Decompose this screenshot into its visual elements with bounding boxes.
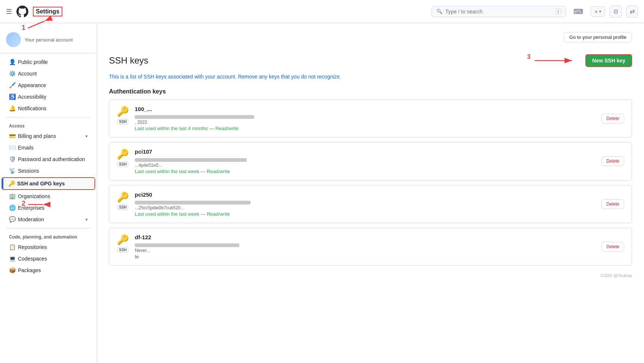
credit-card-icon: 💳 [9, 133, 15, 139]
sidebar-item-repositories[interactable]: 📋 Repositories [3, 242, 94, 253]
repo-icon: 📋 [9, 244, 15, 250]
sidebar-divider [6, 117, 91, 117]
ssh-key-name-2: pci250 [135, 191, 595, 198]
sidebar-item-sessions[interactable]: 📡 Sessions [3, 165, 94, 176]
key-icon: 🔑 [8, 180, 14, 187]
broadcast-icon: 📡 [9, 167, 15, 174]
key-icon-wrap-0: 🔑 SSH [117, 106, 129, 124]
sidebar-item-accessibility[interactable]: ♿ Accessibility [3, 91, 94, 102]
bell-icon: 🔔 [9, 105, 15, 112]
terminal-icon[interactable]: ⌨ [570, 6, 586, 17]
sidebar-item-label: Emails [18, 145, 34, 151]
fingerprint-bar-2 [135, 201, 251, 204]
sidebar-item-enterprises[interactable]: 🌐 Enterprises [3, 202, 94, 213]
sidebar-item-appearance[interactable]: 🖌️ Appearance [3, 80, 94, 91]
delete-button-2[interactable]: Delete [601, 199, 624, 209]
sidebar-username: Your personal account [25, 37, 73, 43]
sidebar-item-codespaces[interactable]: 💻 Codespaces [3, 253, 94, 264]
search-kbd: / [556, 9, 561, 15]
ssh-key-date-3: Never... [135, 248, 595, 253]
sidebar-divider-2 [6, 228, 91, 228]
ssh-key-body-1: pci107 ...4p4e51e5... Last used within t… [135, 148, 595, 174]
ssh-key-card-2: 🔑 SSH pci250 ...25cc5pdw0b7cuk520... Las… [109, 185, 632, 223]
sidebar-item-organizations[interactable]: 🏢 Organizations [3, 191, 94, 202]
watermark: CSDN @Youkiup [109, 273, 632, 278]
ssh-key-card-0: 🔑 SSH 100_... , 2022 Last used within th… [109, 99, 632, 138]
info-text: This is a list of SSH keys associated wi… [109, 73, 632, 81]
sidebar-item-label: Notifications [18, 105, 46, 111]
ssh-key-body-0: 100_... , 2022 Last used within the last… [135, 106, 595, 131]
key-icon-wrap-1: 🔑 SSH [117, 148, 129, 167]
delete-button-1[interactable]: Delete [601, 156, 624, 166]
key-icon-3: 🔑 [117, 234, 129, 246]
fingerprint-bar-0 [135, 115, 254, 119]
search-input[interactable] [445, 9, 553, 15]
delete-button-3[interactable]: Delete [601, 242, 624, 252]
delete-button-0[interactable]: Delete [601, 114, 624, 123]
search-bar[interactable]: 🔍 / [432, 6, 566, 17]
sidebar-item-moderation[interactable]: 💬 Moderation ▾ [3, 214, 94, 225]
ssh-key-usage-0: Last used within the last 4 months — Rea… [135, 126, 595, 131]
plus-icon: + [595, 9, 598, 15]
sidebar-item-packages[interactable]: 📦 Packages [3, 265, 94, 276]
annotation-arrow-3: 3 [535, 55, 579, 66]
sidebar-profile: Your personal account [0, 29, 97, 53]
ssh-key-usage-1: Last used within the last week — Read/wr… [135, 169, 595, 174]
chevron-down-icon: ▾ [85, 134, 88, 139]
new-button[interactable]: + ▾ [591, 6, 605, 17]
user-icon: 👤 [9, 59, 15, 65]
sidebar-item-label: Appearance [18, 82, 46, 88]
page-title: SSH keys [109, 55, 148, 66]
sidebar-item-label: Packages [18, 267, 41, 273]
go-to-profile-button[interactable]: Go to your personal profile [564, 32, 632, 42]
top-right-area: Go to your personal profile [109, 32, 632, 48]
ssh-badge-1: SSH [117, 161, 129, 167]
topnav: ☰ Settings 🔍 / ⌨ + ▾ ⊙ ⇄ [0, 0, 644, 23]
sidebar-item-label: Repositories [18, 244, 47, 250]
pull-request-icon[interactable]: ⇄ [626, 6, 638, 18]
packages-icon: 📦 [9, 267, 15, 274]
ssh-badge-3: SSH [117, 247, 129, 253]
ssh-key-body-2: pci250 ...25cc5pdw0b7cuk520... Last used… [135, 191, 595, 217]
ssh-key-card-1: 🔑 SSH pci107 ...4p4e51e5... Last used wi… [109, 142, 632, 180]
email-icon: ✉️ [9, 144, 15, 151]
sidebar-item-label: Accessibility [18, 94, 46, 100]
sidebar-item-notifications[interactable]: 🔔 Notifications [3, 103, 94, 114]
key-icon-2: 🔑 [117, 191, 129, 203]
sidebar-item-account[interactable]: ⚙️ Account [3, 68, 94, 79]
github-logo [16, 6, 28, 18]
chevron-down-icon: ▾ [85, 217, 88, 222]
sidebar-item-label: Account [18, 71, 37, 77]
main-content: Go to your personal profile SSH keys 3 N… [97, 23, 644, 363]
ssh-key-date-0: , 2022 [135, 120, 595, 125]
ssh-badge-2: SSH [117, 204, 129, 210]
ssh-key-usage-3: te [135, 254, 595, 259]
accessibility-icon: ♿ [9, 93, 15, 100]
key-icon-1: 🔑 [117, 148, 129, 160]
ssh-key-usage-2: Last used within the last week — Read/wr… [135, 211, 595, 217]
organization-icon: 🏢 [9, 193, 15, 200]
sidebar-item-public-profile[interactable]: 👤 Public profile [3, 56, 94, 68]
sidebar-item-label: Sessions [18, 168, 39, 174]
layout: Your personal account 👤 Public profile ⚙… [0, 23, 644, 363]
moderation-icon: 💬 [9, 216, 15, 223]
shield-icon: 🛡️ [9, 156, 15, 163]
key-icon-0: 🔑 [117, 106, 129, 117]
sidebar-item-ssh-gpg[interactable]: 🔑 SSH and GPG keys [2, 178, 94, 189]
sidebar-item-label: Public profile [18, 59, 48, 65]
hamburger-icon[interactable]: ☰ [6, 7, 12, 16]
new-ssh-key-button[interactable]: New SSH key [585, 54, 632, 67]
main-header: SSH keys 3 New SSH key [109, 54, 632, 67]
ssh-key-date-2: ...25cc5pdw0b7cuk520... [135, 205, 595, 210]
code-section-label: Code, planning, and automation [0, 231, 97, 241]
sidebar-item-password[interactable]: 🛡️ Password and authentication [3, 154, 94, 165]
activity-icon[interactable]: ⊙ [610, 6, 622, 18]
key-icon-wrap-2: 🔑 SSH [117, 191, 129, 210]
codespaces-icon: 💻 [9, 255, 15, 262]
sidebar-item-emails[interactable]: ✉️ Emails [3, 142, 94, 153]
globe-icon: 🌐 [9, 204, 15, 211]
ssh-key-name-1: pci107 [135, 148, 595, 155]
ssh-badge-0: SSH [117, 119, 129, 124]
ssh-key-body-3: df-122 Never... te [135, 234, 595, 259]
sidebar-item-billing[interactable]: 💳 Billing and plans ▾ [3, 130, 94, 142]
